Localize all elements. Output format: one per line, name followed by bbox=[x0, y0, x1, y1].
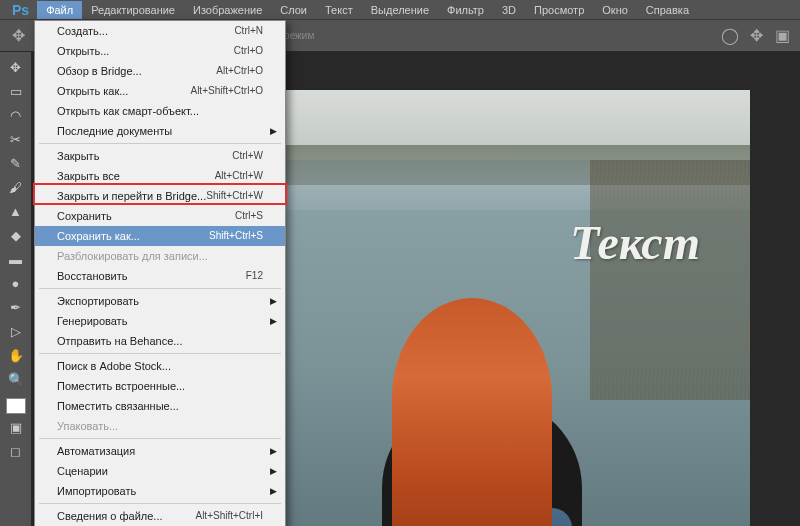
menu-item-label: Последние документы bbox=[57, 124, 172, 138]
menu-item-label: Закрыть и перейти в Bridge... bbox=[57, 189, 206, 203]
gradient-tool[interactable]: ▬ bbox=[4, 248, 28, 270]
menu-item[interactable]: Поместить встроенные... bbox=[35, 376, 285, 396]
menu-файл[interactable]: Файл bbox=[37, 1, 82, 19]
menu-item-label: Экспортировать bbox=[57, 294, 139, 308]
menu-item[interactable]: ВосстановитьF12 bbox=[35, 266, 285, 286]
menu-item-label: Закрыть bbox=[57, 149, 99, 163]
menu-item[interactable]: Экспортировать▶ bbox=[35, 291, 285, 311]
app-logo: Ps bbox=[4, 2, 37, 18]
menu-item-label: Создать... bbox=[57, 24, 108, 38]
move-tool[interactable]: ✥ bbox=[4, 56, 28, 78]
menu-item-label: Поместить связанные... bbox=[57, 399, 179, 413]
submenu-arrow-icon: ▶ bbox=[270, 444, 277, 458]
menu-item-shortcut: Ctrl+O bbox=[234, 44, 263, 58]
file-menu-dropdown: Создать...Ctrl+NОткрыть...Ctrl+OОбзор в … bbox=[34, 20, 286, 526]
menu-item-shortcut: Alt+Shift+Ctrl+I bbox=[195, 509, 263, 523]
menu-item-shortcut: Alt+Ctrl+W bbox=[215, 169, 263, 183]
eyedropper-tool[interactable]: ✎ bbox=[4, 152, 28, 174]
submenu-arrow-icon: ▶ bbox=[270, 314, 277, 328]
menu-item-label: Сведения о файле... bbox=[57, 509, 163, 523]
menu-item-label: Открыть... bbox=[57, 44, 109, 58]
menu-item-label: Импортировать bbox=[57, 484, 136, 498]
screenmode-icon[interactable]: ◻ bbox=[4, 440, 28, 462]
menu-item-label: Открыть как смарт-объект... bbox=[57, 104, 199, 118]
menu-item-shortcut: Shift+Ctrl+S bbox=[209, 229, 263, 243]
menu-слои[interactable]: Слои bbox=[271, 1, 316, 19]
menu-item[interactable]: Сведения о файле...Alt+Shift+Ctrl+I bbox=[35, 506, 285, 526]
path-tool[interactable]: ▷ bbox=[4, 320, 28, 342]
menu-окно[interactable]: Окно bbox=[593, 1, 637, 19]
menu-item[interactable]: Сценарии▶ bbox=[35, 461, 285, 481]
menu-item[interactable]: Открыть как смарт-объект... bbox=[35, 101, 285, 121]
submenu-arrow-icon: ▶ bbox=[270, 124, 277, 138]
menu-item-label: Поиск в Adobe Stock... bbox=[57, 359, 171, 373]
menu-item-label: Открыть как... bbox=[57, 84, 128, 98]
menu-item[interactable]: Поиск в Adobe Stock... bbox=[35, 356, 285, 376]
menu-item-label: Поместить встроенные... bbox=[57, 379, 185, 393]
menubar: Ps ФайлРедактированиеИзображениеСлоиТекс… bbox=[0, 0, 800, 20]
menu-item-shortcut: Ctrl+S bbox=[235, 209, 263, 223]
menu-item[interactable]: Поместить связанные... bbox=[35, 396, 285, 416]
color-swatch[interactable] bbox=[6, 398, 26, 414]
hand-tool[interactable]: ✋ bbox=[4, 344, 28, 366]
pen-tool[interactable]: ✒ bbox=[4, 296, 28, 318]
menu-item[interactable]: Последние документы▶ bbox=[35, 121, 285, 141]
menu-item-shortcut: F12 bbox=[246, 269, 263, 283]
menu-item: Разблокировать для записи... bbox=[35, 246, 285, 266]
menu-item[interactable]: Закрыть и перейти в Bridge...Shift+Ctrl+… bbox=[35, 186, 285, 206]
menu-3d[interactable]: 3D bbox=[493, 1, 525, 19]
tools-panel: ✥ ▭ ◠ ✂ ✎ 🖌 ▲ ◆ ▬ ● ✒ ▷ ✋ 🔍 ▣ ◻ bbox=[0, 52, 32, 526]
menu-item[interactable]: СохранитьCtrl+S bbox=[35, 206, 285, 226]
menu-item[interactable]: Закрыть всеAlt+Ctrl+W bbox=[35, 166, 285, 186]
menu-item[interactable]: Импортировать▶ bbox=[35, 481, 285, 501]
menu-item[interactable]: Обзор в Bridge...Alt+Ctrl+O bbox=[35, 61, 285, 81]
submenu-arrow-icon: ▶ bbox=[270, 464, 277, 478]
menu-item-label: Автоматизация bbox=[57, 444, 135, 458]
menu-item-label: Сценарии bbox=[57, 464, 108, 478]
menu-выделение[interactable]: Выделение bbox=[362, 1, 438, 19]
menu-item-shortcut: Shift+Ctrl+W bbox=[206, 189, 263, 203]
eraser-tool[interactable]: ◆ bbox=[4, 224, 28, 246]
menu-item[interactable]: Автоматизация▶ bbox=[35, 441, 285, 461]
brush-tool[interactable]: 🖌 bbox=[4, 176, 28, 198]
menu-item[interactable]: ЗакрытьCtrl+W bbox=[35, 146, 285, 166]
menu-item[interactable]: Сохранить как...Shift+Ctrl+S bbox=[35, 226, 285, 246]
menu-item-shortcut: Alt+Ctrl+O bbox=[216, 64, 263, 78]
menu-редактирование[interactable]: Редактирование bbox=[82, 1, 184, 19]
lasso-tool[interactable]: ◠ bbox=[4, 104, 28, 126]
menu-item-label: Отправить на Behance... bbox=[57, 334, 182, 348]
menu-item-label: Сохранить bbox=[57, 209, 112, 223]
canvas-text-layer[interactable]: Текст bbox=[570, 215, 700, 270]
menu-фильтр[interactable]: Фильтр bbox=[438, 1, 493, 19]
menu-item-label: Закрыть все bbox=[57, 169, 120, 183]
cam-icon[interactable]: ▣ bbox=[772, 26, 792, 46]
menu-текст[interactable]: Текст bbox=[316, 1, 362, 19]
menu-изображение[interactable]: Изображение bbox=[184, 1, 271, 19]
menu-item-shortcut: Ctrl+W bbox=[232, 149, 263, 163]
menu-просмотр[interactable]: Просмотр bbox=[525, 1, 593, 19]
menu-item-label: Генерировать bbox=[57, 314, 127, 328]
clone-tool[interactable]: ▲ bbox=[4, 200, 28, 222]
crop-tool[interactable]: ✂ bbox=[4, 128, 28, 150]
menu-item[interactable]: Открыть как...Alt+Shift+Ctrl+O bbox=[35, 81, 285, 101]
menu-item-shortcut: Alt+Shift+Ctrl+O bbox=[190, 84, 263, 98]
quickmask-icon[interactable]: ▣ bbox=[4, 416, 28, 438]
orbit-icon[interactable]: ◯ bbox=[720, 26, 740, 46]
menu-item[interactable]: Отправить на Behance... bbox=[35, 331, 285, 351]
menu-item[interactable]: Открыть...Ctrl+O bbox=[35, 41, 285, 61]
pan-icon[interactable]: ✥ bbox=[746, 26, 766, 46]
move-tool-icon: ✥ bbox=[8, 26, 28, 46]
marquee-tool[interactable]: ▭ bbox=[4, 80, 28, 102]
menu-справка[interactable]: Справка bbox=[637, 1, 698, 19]
submenu-arrow-icon: ▶ bbox=[270, 294, 277, 308]
menu-item[interactable]: Генерировать▶ bbox=[35, 311, 285, 331]
menu-item[interactable]: Создать...Ctrl+N bbox=[35, 21, 285, 41]
menu-item: Упаковать... bbox=[35, 416, 285, 436]
menu-item-label: Разблокировать для записи... bbox=[57, 249, 208, 263]
menu-item-label: Восстановить bbox=[57, 269, 127, 283]
submenu-arrow-icon: ▶ bbox=[270, 484, 277, 498]
menu-item-label: Сохранить как... bbox=[57, 229, 140, 243]
blur-tool[interactable]: ● bbox=[4, 272, 28, 294]
zoom-tool[interactable]: 🔍 bbox=[4, 368, 28, 390]
menu-item-label: Упаковать... bbox=[57, 419, 118, 433]
